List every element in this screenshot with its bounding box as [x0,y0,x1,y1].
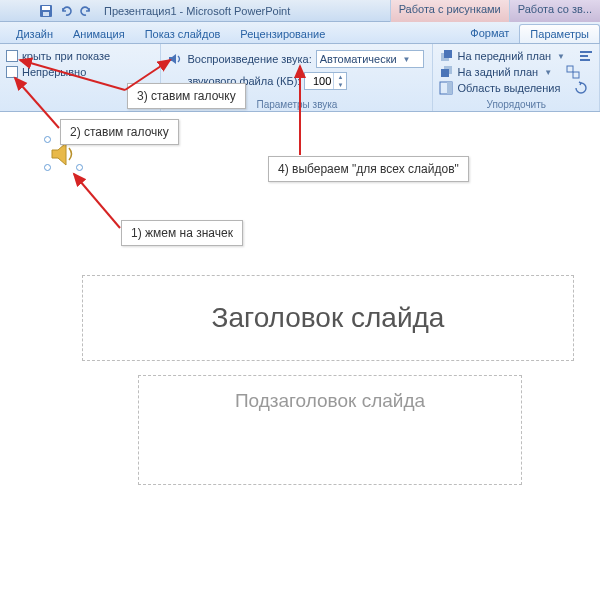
callout-2: 2) ставим галочку [60,119,179,145]
arrange-label: Упорядочить [433,99,599,110]
window-title: Презентация1 - Microsoft PowerPoint [104,5,290,17]
svg-rect-1 [42,6,50,10]
svg-rect-4 [444,50,452,58]
max-file-input[interactable] [305,75,333,87]
play-sound-value: Автоматически [320,53,397,65]
tab-animation[interactable]: Анимация [63,25,135,43]
play-sound-row: Воспроизведение звука: Автоматически ▼ [167,48,426,70]
svg-line-18 [74,174,120,228]
speaker-icon [167,52,183,66]
spin-down-icon[interactable]: ▼ [334,81,346,89]
svg-rect-11 [573,72,579,78]
max-file-spinner[interactable]: ▲▼ [304,72,347,90]
hide-on-show-row[interactable]: крыть при показе [6,48,154,64]
loop-row[interactable]: Непрерывно [6,64,154,80]
svg-rect-2 [43,12,49,16]
context-tab-pictures[interactable]: Работа с рисунками [390,0,509,22]
quick-access-toolbar [38,3,94,19]
title-bar: Презентация1 - Microsoft PowerPoint Рабо… [0,0,600,22]
resize-handle[interactable] [76,164,83,171]
svg-rect-9 [441,69,449,77]
undo-icon[interactable] [58,3,74,19]
slide: Заголовок слайда Подзаголовок слайда [78,275,578,575]
chevron-down-icon[interactable]: ▼ [557,52,565,61]
bring-front-icon [439,49,453,63]
send-back-row[interactable]: На задний план ▼ [439,64,593,80]
title-placeholder-text: Заголовок слайда [212,302,445,334]
rotate-icon[interactable] [574,81,588,95]
selection-pane-row[interactable]: Область выделения [439,80,593,96]
checkbox-icon[interactable] [6,66,18,78]
context-tab-sound[interactable]: Работа со зв... [509,0,600,22]
hide-on-show-label: крыть при показе [22,50,110,62]
spin-up-icon[interactable]: ▲ [334,73,346,81]
group-icon[interactable] [566,65,580,79]
send-back-icon [439,65,453,79]
selection-pane-label: Область выделения [457,82,560,94]
office-button[interactable] [0,0,36,22]
loop-label: Непрерывно [22,66,86,78]
context-tabs: Работа с рисунками Работа со зв... [390,0,600,22]
svg-rect-5 [580,51,592,53]
svg-rect-13 [447,82,452,94]
svg-rect-10 [567,66,573,72]
selection-pane-icon [439,81,453,95]
resize-handle[interactable] [44,136,51,143]
tab-design[interactable]: Дизайн [6,25,63,43]
callout-1: 1) жмем на значек [121,220,243,246]
save-icon[interactable] [38,3,54,19]
tab-format[interactable]: Формат [460,24,519,43]
play-sound-combo[interactable]: Автоматически ▼ [316,50,424,68]
subtitle-placeholder-text: Подзаголовок слайда [235,390,425,412]
play-sound-label: Воспроизведение звука: [187,53,311,65]
ribbon-group-arrange: На передний план ▼ На задний план ▼ Обла… [433,44,600,111]
tab-slideshow[interactable]: Показ слайдов [135,25,231,43]
callout-4: 4) выбераем "для всех слайдов" [268,156,469,182]
title-placeholder[interactable]: Заголовок слайда [82,275,574,361]
checkbox-icon[interactable] [6,50,18,62]
tab-review[interactable]: Рецензирование [230,25,335,43]
bring-front-row[interactable]: На передний план ▼ [439,48,593,64]
ribbon: крыть при показе Непрерывно Воспроизведе… [0,44,600,112]
bring-front-label: На передний план [457,50,551,62]
chevron-down-icon[interactable]: ▼ [544,68,552,77]
svg-rect-7 [580,59,590,61]
svg-rect-6 [580,55,588,57]
align-icon[interactable] [579,49,593,63]
subtitle-placeholder[interactable]: Подзаголовок слайда [138,375,522,485]
chevron-down-icon: ▼ [403,55,411,64]
send-back-label: На задний план [457,66,538,78]
ribbon-tabs: Дизайн Анимация Показ слайдов Рецензиров… [0,22,600,44]
resize-handle[interactable] [44,164,51,171]
callout-3: 3) ставим галочку [127,83,246,109]
redo-icon[interactable] [78,3,94,19]
tab-parameters[interactable]: Параметры [519,24,600,43]
